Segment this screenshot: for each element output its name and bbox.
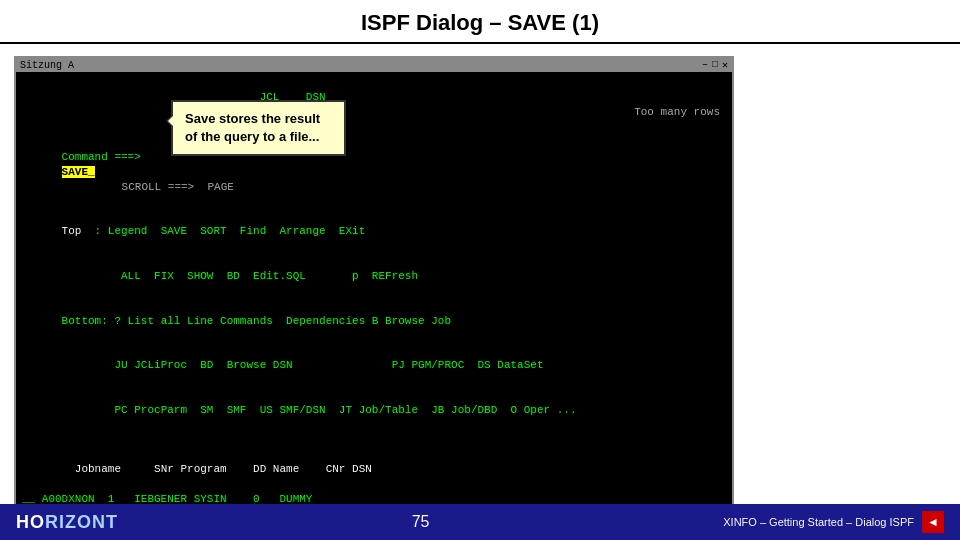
page-title: ISPF Dialog – SAVE (1) [0, 0, 960, 44]
ispf-window: Sitzung A – □ ✕ JCL DSN Too many rows Co… [14, 56, 734, 540]
brand-logo: HORIZONT [16, 512, 118, 533]
menu-bar-line: JCL DSN Too many rows [22, 75, 726, 134]
scroll-label: SCROLL ===> PAGE [122, 181, 234, 193]
window-title-label: Sitzung A [20, 60, 74, 71]
brand-rizont: RIZONT [45, 512, 118, 532]
nav-text: XINFO – Getting Started – Dialog ISPF [723, 516, 914, 528]
menu-bottom-line1: Bottom: ? List all Line Commands Depende… [22, 299, 726, 344]
footer-nav: XINFO – Getting Started – Dialog ISPF ◄ [723, 511, 944, 533]
tooltip-text: Save stores the result of the query to a… [185, 111, 320, 144]
nav-back-button[interactable]: ◄ [922, 511, 944, 533]
brand-ho: HO [16, 512, 45, 532]
save-tooltip: Save stores the result of the query to a… [171, 100, 346, 156]
page-number: 75 [412, 513, 430, 531]
menu-bottom-line2: JU JCLiProc BD Browse DSN PJ PGM/PROC DS… [22, 343, 726, 388]
minimize-button[interactable]: – [702, 59, 708, 71]
maximize-button[interactable]: □ [712, 59, 718, 71]
menu-top-line1: Top : Legend SAVE SORT Find Arrange EXit [22, 210, 726, 255]
footer: HORIZONT 75 XINFO – Getting Started – Di… [0, 504, 960, 540]
blank-line [22, 432, 726, 447]
window-titlebar: Sitzung A – □ ✕ [16, 58, 732, 72]
ispf-body: JCL DSN Too many rows Command ===> SAVE_… [16, 72, 732, 540]
top-right-msg: Too many rows [634, 105, 720, 120]
top-label: Top [62, 225, 82, 237]
menu-bottom-line3: PC ProcParm SM SMF US SMF/DSN JT Job/Tab… [22, 388, 726, 433]
table-header: Jobname SNr Program DD Name CNr DSN [22, 447, 726, 492]
command-input[interactable]: SAVE_ [62, 166, 95, 178]
title-text: ISPF Dialog – SAVE (1) [361, 10, 599, 35]
window-controls[interactable]: – □ ✕ [702, 59, 728, 71]
command-label: Command ===> [62, 151, 141, 163]
command-line: Command ===> SAVE_ SCROLL ===> PAGE [22, 135, 726, 209]
close-button[interactable]: ✕ [722, 59, 728, 71]
menu-top-line2: ALL FIX SHOW BD Edit.SQL p REFresh [22, 254, 726, 299]
